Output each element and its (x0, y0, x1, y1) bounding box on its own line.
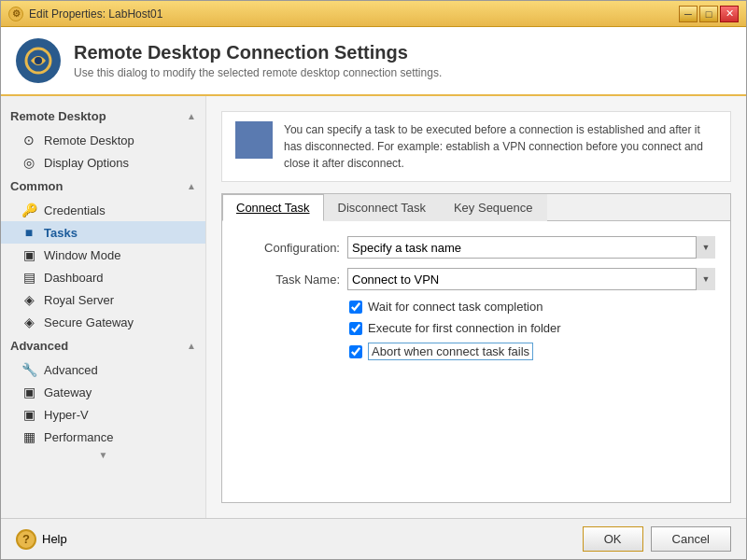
main-window: ⚙ Edit Properties: LabHost01 ─ □ ✕ Remot… (0, 0, 747, 560)
main-panel: You can specify a task to be executed be… (206, 96, 746, 518)
tab-bar: Connect Task Disconnect Task Key Sequenc… (222, 194, 730, 221)
window-title: Edit Properties: LabHost01 (29, 7, 679, 21)
configuration-label: Configuration: (237, 241, 340, 255)
sidebar-item-remote-desktop[interactable]: ⊙ Remote Desktop (1, 129, 205, 151)
info-box-text: You can specify a task to be executed be… (284, 121, 717, 172)
dashboard-icon: ▤ (21, 270, 36, 285)
minimize-button[interactable]: ─ (679, 6, 698, 22)
credentials-icon: 🔑 (21, 203, 36, 217)
sidebar-item-advanced-label: Advanced (44, 363, 98, 377)
checkbox-wait-complete: Wait for connect task completion (349, 300, 715, 314)
sidebar-item-hyper-v[interactable]: ▣ Hyper-V (1, 403, 205, 426)
sidebar: Remote Desktop ▲ ⊙ Remote Desktop ◎ Disp… (1, 96, 206, 518)
configuration-row: Configuration: Specify a task name (237, 236, 715, 259)
sidebar-item-tasks-label: Tasks (44, 226, 78, 240)
help-label: Help (42, 532, 67, 546)
hyper-v-icon: ▣ (21, 407, 36, 422)
sidebar-item-royal-server-label: Royal Server (44, 293, 114, 307)
sidebar-item-credentials-label: Credentials (44, 203, 106, 217)
exec-first-label[interactable]: Execute for first connection in folder (368, 321, 561, 335)
sidebar-item-secure-gateway[interactable]: ◈ Secure Gateway (1, 311, 205, 333)
restore-button[interactable]: □ (699, 6, 718, 22)
checkbox-abort-fail: Abort when connect task fails (349, 343, 715, 360)
chevron-up-icon: ▲ (187, 111, 196, 121)
sidebar-item-secure-gateway-label: Secure Gateway (44, 315, 134, 329)
sidebar-section-common[interactable]: Common ▲ (1, 174, 205, 199)
title-bar: ⚙ Edit Properties: LabHost01 ─ □ ✕ (1, 1, 746, 27)
sidebar-section-remote-desktop[interactable]: Remote Desktop ▲ (1, 104, 205, 129)
cancel-button[interactable]: Cancel (651, 526, 731, 552)
sidebar-section-common-label: Common (10, 179, 63, 193)
advanced-icon: 🔧 (21, 362, 36, 377)
performance-icon: ▦ (21, 429, 36, 444)
task-name-select[interactable]: Connect to VPN (347, 268, 715, 290)
window-icon: ⚙ (8, 7, 23, 21)
content-area: Remote Desktop ▲ ⊙ Remote Desktop ◎ Disp… (1, 96, 746, 518)
sidebar-item-display-options-label: Display Options (44, 156, 129, 170)
header-subtitle: Use this dialog to modify the selected r… (74, 66, 442, 79)
sidebar-section-remote-desktop-label: Remote Desktop (10, 109, 106, 123)
sidebar-section-advanced-label: Advanced (10, 339, 68, 353)
tab-connect-task[interactable]: Connect Task (222, 194, 324, 221)
sidebar-item-gateway[interactable]: ▣ Gateway (1, 381, 205, 403)
task-name-row: Task Name: Connect to VPN (237, 268, 715, 290)
sidebar-section-advanced[interactable]: Advanced ▲ (1, 333, 205, 358)
sidebar-item-performance-label: Performance (44, 430, 113, 444)
wait-complete-label[interactable]: Wait for connect task completion (368, 300, 543, 314)
help-icon: ? (16, 529, 36, 550)
configuration-select-wrapper[interactable]: Specify a task name (347, 236, 715, 259)
sidebar-item-dashboard-label: Dashboard (44, 271, 104, 285)
close-button[interactable]: ✕ (720, 6, 739, 22)
info-box-icon (235, 121, 273, 159)
gateway-icon: ▣ (21, 385, 36, 399)
scroll-down-indicator: ▼ (99, 450, 108, 460)
sidebar-item-performance[interactable]: ▦ Performance (1, 426, 205, 448)
header-section: Remote Desktop Connection Settings Use t… (1, 27, 746, 96)
sidebar-item-tasks[interactable]: ■ Tasks (1, 221, 205, 244)
exec-first-checkbox[interactable] (349, 322, 362, 335)
sidebar-item-display-options[interactable]: ◎ Display Options (1, 151, 205, 174)
task-name-select-wrapper[interactable]: Connect to VPN (347, 268, 715, 290)
chevron-up-icon-common: ▲ (187, 181, 196, 191)
tab-disconnect-task[interactable]: Disconnect Task (324, 194, 440, 221)
display-options-icon: ◎ (21, 155, 36, 170)
abort-fail-checkbox[interactable] (349, 345, 362, 358)
wait-complete-checkbox[interactable] (349, 301, 362, 314)
sidebar-item-advanced[interactable]: 🔧 Advanced (1, 358, 205, 381)
tab-content-connect-task: Configuration: Specify a task name Task … (222, 221, 730, 383)
sidebar-item-credentials[interactable]: 🔑 Credentials (1, 199, 205, 221)
footer-buttons: OK Cancel (583, 526, 731, 552)
royal-server-icon: ◈ (21, 292, 36, 307)
sidebar-item-remote-desktop-label: Remote Desktop (44, 133, 134, 147)
chevron-up-icon-advanced: ▲ (187, 341, 196, 351)
configuration-select[interactable]: Specify a task name (347, 236, 715, 259)
sidebar-scroll-indicator: ▼ (1, 448, 205, 462)
tabs-container: Connect Task Disconnect Task Key Sequenc… (221, 193, 731, 503)
footer: ? Help OK Cancel (1, 518, 746, 559)
header-text: Remote Desktop Connection Settings Use t… (74, 42, 442, 79)
sidebar-item-gateway-label: Gateway (44, 385, 92, 399)
sidebar-item-window-mode-label: Window Mode (44, 248, 120, 262)
header-icon (16, 38, 61, 83)
info-box: You can specify a task to be executed be… (221, 111, 731, 182)
task-name-label: Task Name: (237, 273, 340, 287)
svg-point-1 (35, 57, 42, 64)
sidebar-item-royal-server[interactable]: ◈ Royal Server (1, 288, 205, 311)
sidebar-item-dashboard[interactable]: ▤ Dashboard (1, 266, 205, 288)
header-title: Remote Desktop Connection Settings (74, 42, 442, 63)
window-mode-icon: ▣ (21, 247, 36, 262)
sidebar-item-window-mode[interactable]: ▣ Window Mode (1, 244, 205, 266)
tasks-icon: ■ (21, 225, 36, 240)
ok-button[interactable]: OK (583, 526, 643, 552)
abort-fail-label[interactable]: Abort when connect task fails (368, 343, 533, 360)
sidebar-item-hyper-v-label: Hyper-V (44, 408, 89, 422)
help-section[interactable]: ? Help (16, 529, 583, 550)
checkbox-exec-first: Execute for first connection in folder (349, 321, 715, 335)
title-bar-buttons: ─ □ ✕ (679, 6, 739, 22)
secure-gateway-icon: ◈ (21, 315, 36, 329)
tab-key-sequence[interactable]: Key Sequence (440, 194, 547, 221)
remote-desktop-icon: ⊙ (21, 133, 36, 147)
